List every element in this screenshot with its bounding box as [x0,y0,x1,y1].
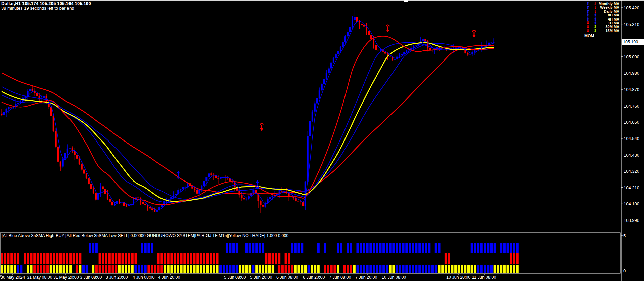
time-tick-label: 5 Jun 08:00 [224,275,246,280]
legend-label-30m-ma: 30M MA [605,25,619,29]
price-tick-label: 104.210 [624,185,639,190]
price-tick-label: 104.760 [624,104,639,109]
indicator-scale-min: 0 [623,268,626,273]
panel-splitter[interactable] [0,231,644,231]
time-tick-label: 10 Jun 20:00 [446,275,470,280]
price-tick-label: 105.090 [624,54,639,59]
legend-label-1h-ma: 1H MA [608,21,619,25]
time-tick-label: 3 Jun 08:00 [80,275,102,280]
legend-label-8h-ma: 8H MA [608,13,619,17]
indicator-scale-max: 5 [623,233,626,238]
legend-arrow-down-icon: ⇩ [586,29,590,33]
price-tick-label: 104.100 [624,201,639,206]
price-tick-label: 104.540 [624,136,639,141]
time-tick-label: 11 Jun 08:00 [472,275,496,280]
time-tick-label: 10 Jun 08:00 [382,275,406,280]
price-tick-label: 104.870 [624,87,639,92]
price-tick-label: 104.320 [624,169,639,174]
price-tick-label: 104.430 [624,153,639,158]
time-tick-label: 4 Jun 08:00 [133,275,154,280]
legend-arrow-updown-icon: ⇳ [594,29,597,33]
chart-canvas[interactable] [0,0,644,281]
price-tick-label: 105.420 [624,5,639,10]
time-tick-label: 5 Jun 20:00 [250,275,272,280]
chart-window: Dollar,H1 105.174 105.205 105.164 105.19… [0,0,644,281]
time-tick-label: 4 Jun 20:00 [158,275,180,280]
legend-label-4h-ma: 4H MA [608,17,619,21]
legend-label-monthly-ma: Monthly MA [599,2,619,6]
legend-label-15m-ma: 15M MA [605,29,619,33]
price-tick-label: 104.980 [624,71,639,76]
mom-indicator-label: MOM [584,34,594,38]
legend-label-weekly-ma: Weekly MA [600,6,619,9]
time-tick-label: 6 Jun 20:00 [303,275,325,280]
time-tick-label: 31 May 08:00 [27,275,52,280]
time-tick-label: 6 Jun 08:00 [276,275,298,280]
time-tick-label: 7 Jun 20:00 [355,275,377,280]
time-tick-label: 7 Jun 08:00 [329,275,351,280]
current-price-box: 105.190 [622,39,644,45]
time-tick-label: 31 May 20:00 [53,275,79,280]
time-tick-label: 30 May 2024 [1,275,25,280]
time-tick-label: 3 Jun 20:00 [106,275,128,280]
price-tick-label: 105.310 [624,22,639,27]
price-tick-label: 103.990 [624,218,639,223]
price-tick-label: 104.650 [624,120,639,125]
indicator-title-text: [All Blue Above 35SMA High-BUY][All Red … [2,233,288,238]
symbol-ohlc-text: Dollar,H1 105.174 105.205 105.164 105.19… [1,1,91,6]
bar-countdown-text: 38 minutes 19 seconds left to bar end [1,6,74,11]
legend-label-daily-ma: Daily MA [604,10,619,13]
